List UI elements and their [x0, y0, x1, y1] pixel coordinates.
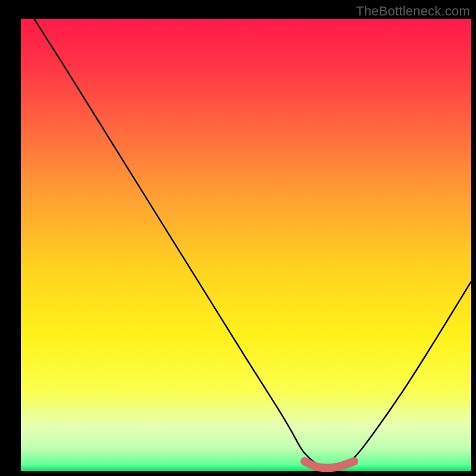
chart-stage: TheBottleneck.com: [0, 0, 476, 476]
chart-svg: [0, 0, 476, 476]
watermark-text: TheBottleneck.com: [356, 4, 470, 19]
plot-background: [21, 19, 471, 471]
